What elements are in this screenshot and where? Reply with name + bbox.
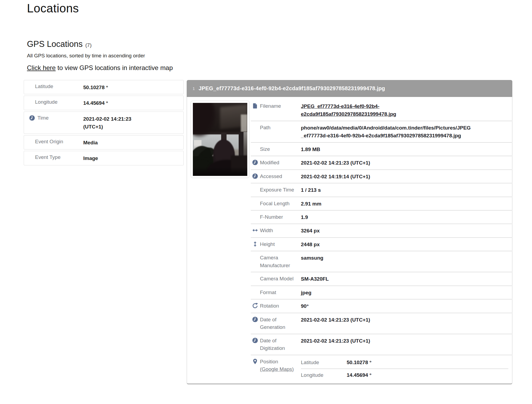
detail-row-label: Accessed <box>260 173 301 180</box>
detail-row: Height 2448 px <box>251 237 512 251</box>
clock-icon <box>29 115 35 121</box>
gps-row-value: Media <box>83 138 151 147</box>
detail-row: Date of Generation 2021-02-02 14:21:23 (… <box>251 313 512 334</box>
thumbnail-box <box>191 101 249 178</box>
detail-row: Filename JPEG_ef77773d-e316-4ef0-92b4-e2… <box>251 100 512 121</box>
gps-table-row: Time 2021-02-02 14:21:23 (UTC+1) <box>24 112 184 134</box>
detail-row-value: 1 / 213 s <box>301 186 473 194</box>
detail-row: Camera Model SM-A320FL <box>251 272 512 285</box>
section-subtitle: All GPS locations, sorted by time in asc… <box>27 53 145 59</box>
detail-row-value: JPEG_ef77773d-e316-4ef0-92b4-e2cda9f185a… <box>301 102 473 118</box>
detail-row-value: 2021-02-02 14:21:23 (UTC+1) <box>301 337 473 345</box>
detail-row-value: 2021-02-02 14:19:14 (UTC+1) <box>301 173 473 180</box>
detail-row: Date of Digitization 2021-02-02 14:21:23… <box>251 334 512 355</box>
gps-row-label: Latitude <box>35 83 53 89</box>
detail-row-label: Focal Length <box>260 200 301 208</box>
height-arrow-icon <box>252 241 258 247</box>
detail-row-label: Height <box>260 241 301 248</box>
media-card-index: 1 <box>193 86 195 91</box>
detail-row-label: Path <box>260 124 301 132</box>
section-heading: GPS Locations(7) <box>27 39 92 49</box>
detail-row: Accessed 2021-02-02 14:19:14 (UTC+1) <box>251 169 512 183</box>
rotation-icon <box>252 303 258 309</box>
detail-row: F-Number 1.9 <box>251 210 512 224</box>
detail-row-value: 2021-02-02 14:21:23 (UTC+1) <box>301 316 473 324</box>
map-link-line: Click here to view GPS locations in inte… <box>27 64 173 72</box>
gps-table-row: Event Origin Media <box>24 135 184 149</box>
detail-row: Width 3264 px <box>251 224 512 237</box>
latitude-label: Latitude <box>301 358 347 366</box>
position-longitude-row: Longitude 14.45694 ° <box>301 368 508 379</box>
detail-row: Camera Manufacturer samsung <box>251 251 512 272</box>
detail-row: Format jpeg <box>251 285 512 299</box>
detail-row-value: 3264 px <box>301 227 473 235</box>
detail-row-label: Camera Manufacturer <box>260 254 301 269</box>
gps-table: Latitude 50.10278 ° Longitude 14.45694 °… <box>24 80 184 167</box>
interactive-map-link[interactable]: Click here <box>27 64 56 71</box>
position-label: Position <box>260 359 278 364</box>
detail-row-value: phone/raw0/data/media/0/Android/data/com… <box>301 124 473 140</box>
width-arrow-icon <box>252 227 258 233</box>
gps-table-row: Longitude 14.45694 ° <box>24 96 184 110</box>
gps-row-value: 14.45694 ° <box>83 99 151 107</box>
detail-row: Exposure Time 1 / 213 s <box>251 183 512 196</box>
media-card-body: Filename JPEG_ef77773d-e316-4ef0-92b4-e2… <box>187 97 512 384</box>
longitude-value: 14.45694 ° <box>347 371 371 379</box>
gps-row-value: 50.10278 ° <box>83 83 151 91</box>
gps-row-value: 2021-02-02 14:21:23 (UTC+1) <box>83 114 151 131</box>
gps-row-label: Event Origin <box>35 139 63 145</box>
gps-row-label: Time <box>37 115 49 121</box>
google-maps-link[interactable]: (Google Maps) <box>260 366 294 372</box>
detail-row-value: 2448 px <box>301 241 473 248</box>
gps-table-row: Event Type Image <box>24 151 184 165</box>
gps-table-row: Latitude 50.10278 ° <box>24 80 184 94</box>
media-card-title: JPEG_ef77773d-e316-4ef0-92b4-e2cda9f185a… <box>199 85 385 92</box>
detail-row-label: Width <box>260 227 301 235</box>
filename-link[interactable]: JPEG_ef77773d-e316-4ef0-92b4-e2cda9f185a… <box>301 103 396 117</box>
detail-row-label: Format <box>260 289 301 297</box>
detail-row-label: Camera Model <box>260 275 301 283</box>
detail-row: Path phone/raw0/data/media/0/Android/dat… <box>251 121 512 142</box>
photo-thumbnail[interactable] <box>193 103 247 176</box>
detail-row-value: 1.89 MB <box>301 145 473 153</box>
section-heading-text: GPS Locations <box>27 39 83 49</box>
detail-row-label: Exposure Time <box>260 186 301 194</box>
detail-row-value: SM-A320FL <box>301 275 473 283</box>
map-link-rest: to view GPS locations in interactive map <box>56 64 173 71</box>
page-title: Locations <box>27 2 79 15</box>
detail-row-label: F-Number <box>260 213 301 221</box>
file-icon <box>252 103 258 109</box>
gps-row-value: Image <box>83 154 151 162</box>
detail-row-label: Modified <box>260 159 301 167</box>
detail-row-value: 90° <box>301 302 473 310</box>
detail-row-value: jpeg <box>301 289 473 297</box>
position-latitude-row: Latitude 50.10278 ° <box>301 358 508 368</box>
detail-row-label: Date of Generation <box>260 316 301 331</box>
detail-row: Modified 2021-02-02 14:21:23 (UTC+1) <box>251 156 512 169</box>
longitude-label: Longitude <box>301 371 347 379</box>
clock-icon <box>252 316 258 322</box>
clock-icon <box>252 159 258 165</box>
gps-row-label: Event Type <box>35 154 61 160</box>
detail-row: Rotation 90° <box>251 299 512 312</box>
position-pin-icon <box>252 358 258 364</box>
detail-row-position: Position (Google Maps) Latitude 50.10278… <box>251 355 512 382</box>
detail-row-value: 2021-02-02 14:21:23 (UTC+1) <box>301 159 473 167</box>
clock-icon <box>252 173 258 179</box>
detail-row-value: samsung <box>301 254 473 262</box>
detail-row-value: 2.91 mm <box>301 200 473 208</box>
media-detail-table: Filename JPEG_ef77773d-e316-4ef0-92b4-e2… <box>251 100 512 382</box>
detail-row-label: Filename <box>260 102 301 110</box>
section-count: (7) <box>85 42 92 48</box>
media-card-header: 1 JPEG_ef77773d-e316-4ef0-92b4-e2cda9f18… <box>187 80 512 97</box>
media-card: 1 JPEG_ef77773d-e316-4ef0-92b4-e2cda9f18… <box>187 80 512 384</box>
detail-row: Focal Length 2.91 mm <box>251 197 512 210</box>
clock-icon <box>252 337 258 343</box>
detail-row-label: Size <box>260 145 301 153</box>
detail-row-value: 1.9 <box>301 213 473 221</box>
latitude-value: 50.10278 ° <box>347 358 371 366</box>
detail-row-label: Date of Digitization <box>260 337 301 352</box>
gps-row-label: Longitude <box>35 99 57 105</box>
detail-row-label: Rotation <box>260 302 301 310</box>
detail-row: Size 1.89 MB <box>251 142 512 156</box>
